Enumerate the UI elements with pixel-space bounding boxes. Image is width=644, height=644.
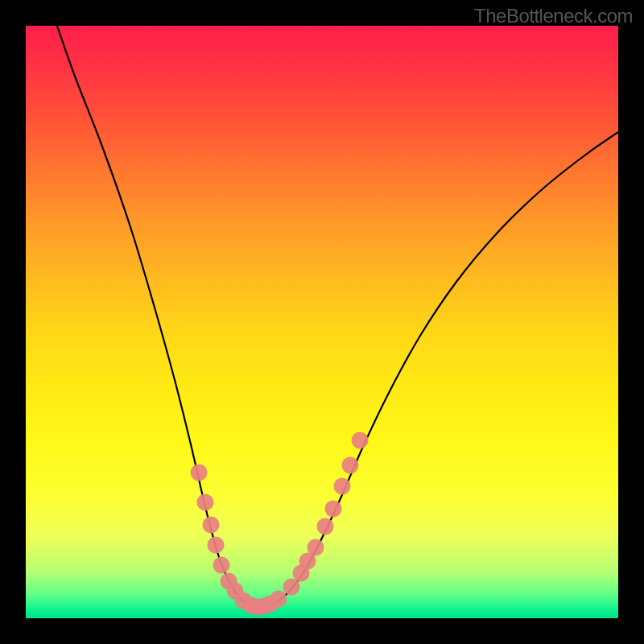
dot <box>325 501 342 518</box>
chart-svg <box>26 26 618 618</box>
dot <box>203 517 220 534</box>
bottleneck-curve <box>52 26 618 606</box>
watermark: TheBottleneck.com <box>474 5 633 27</box>
highlight-dots <box>191 432 369 616</box>
dot <box>191 464 208 481</box>
dot <box>308 539 324 556</box>
dot <box>352 432 369 449</box>
dot <box>213 557 230 574</box>
dot <box>342 457 359 474</box>
dot <box>197 494 214 511</box>
plot-area <box>26 26 618 618</box>
dot <box>208 537 225 554</box>
dot <box>334 478 351 495</box>
dot <box>317 518 334 535</box>
dot <box>270 591 287 608</box>
dot <box>283 579 300 596</box>
